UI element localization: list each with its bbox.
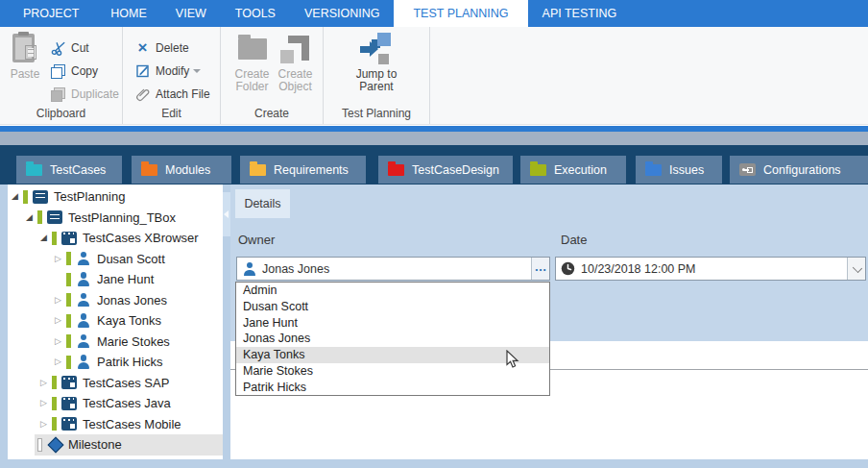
tree-item-milestone[interactable]: ▷ Milestone [8,434,223,456]
create-folder-button[interactable]: Create Folder [230,31,274,93]
notebook-icon [47,210,62,224]
delete-button[interactable]: × Delete [134,37,210,60]
person-icon [243,262,257,276]
collapse-icon[interactable]: ◢ [10,191,20,202]
folder-icon [141,164,157,176]
tree-item-testcases-mobile[interactable]: ▷ TestCases Mobile [8,414,223,435]
tab-testcasedesign[interactable]: TestCaseDesign [378,156,513,184]
owner-option[interactable]: Dusan Scott [236,299,549,315]
project-tree: ◢ TestPlanning ◢ TestPlanning_TBox ◢ Tes… [8,185,223,459]
menu-tab-project[interactable]: PROJECT [6,0,96,27]
folder-icon [530,164,546,176]
menu-tab-home[interactable]: HOME [96,0,161,27]
chevron-down-icon[interactable] [847,258,865,280]
object-icon [278,33,313,65]
tab-testcases[interactable]: TestCases [16,156,122,184]
copy-button[interactable]: Copy [50,60,119,83]
tree-item-testcases-sap[interactable]: ▷ TestCases SAP [8,373,223,394]
expand-icon[interactable]: ▷ [38,398,49,408]
tree-item-marie-stokes[interactable]: ▷ Marie Stokes [8,332,223,353]
collapse-icon[interactable]: ◢ [24,212,35,223]
menu-tab-api-testing[interactable]: API TESTING [528,0,632,27]
expand-icon[interactable]: ▷ [53,254,63,264]
menu-bar: PROJECT HOME VIEW TOOLS VERSIONING TEST … [0,0,868,27]
connector-icon [739,163,756,176]
tab-execution[interactable]: Execution [520,156,626,184]
date-label: Date [561,233,587,247]
folder-icon [26,164,42,176]
tree-item-jane-hunt[interactable]: ▷ Jane Hunt [8,269,223,290]
date-picker[interactable]: 10/23/2018 12:00 PM [555,257,866,281]
person-icon [76,293,91,308]
menu-tab-versioning[interactable]: VERSIONING [290,0,395,27]
tree-item-patrik-hicks[interactable]: ▷ Patrik Hicks [8,352,223,373]
folder-icon [645,164,662,176]
menu-tab-view[interactable]: VIEW [161,0,221,27]
content-area: ◢ TestPlanning ◢ TestPlanning_TBox ◢ Tes… [0,185,868,468]
create-object-button[interactable]: Create Object [274,31,317,93]
owner-combobox[interactable]: Jonas Jones … [236,257,550,281]
tab-requirements[interactable]: Requirements [240,156,366,184]
owner-option[interactable]: Jane Hunt [236,315,549,332]
status-bar [66,293,71,307]
owner-option[interactable]: Jonas Jones [236,331,549,347]
folder-icon [388,164,404,176]
person-icon [76,272,91,286]
expand-icon[interactable]: ▷ [53,295,63,306]
splitter-collapse-handle[interactable] [223,192,230,236]
status-bar [52,232,57,245]
status-bar [52,417,57,431]
menu-tab-test-planning[interactable]: TEST PLANNING [394,0,527,27]
owner-option[interactable]: Marie Stokes [236,363,549,380]
tree-item-kaya-tonks[interactable]: ▷ Kaya Tonks [8,310,223,332]
tab-configurations[interactable]: Configurations [730,156,868,184]
tree-item-testplanning-tbox[interactable]: ◢ TestPlanning_TBox [8,208,223,229]
tree-item-testcases-java[interactable]: ▷ TestCases Java [8,393,223,414]
ribbon-group-clipboard: Paste Cut Copy Duplicate Clipboa [0,27,123,124]
duplicate-button[interactable]: Duplicate [50,83,119,106]
calendar-icon [61,417,77,431]
jump-to-parent-button[interactable]: Jump to Parent [346,31,407,93]
attach-file-button[interactable]: Attach File [134,83,210,106]
clock-icon [560,260,576,277]
calendar-icon [61,232,77,245]
ellipsis-button[interactable]: … [531,258,549,280]
collapse-icon[interactable]: ◢ [38,233,49,243]
status-bar [52,376,57,389]
status-bar [66,314,71,328]
cut-button[interactable]: Cut [50,37,119,60]
tree-item-jonas-jones[interactable]: ▷ Jonas Jones [8,290,223,311]
details-panel: Details Owner Jonas Jones … Date 10/23/2… [230,185,868,459]
tree-item-testplanning[interactable]: ◢ TestPlanning [8,186,223,208]
tree-item-testcases-xbrowser[interactable]: ◢ TestCases XBrowser [8,228,223,249]
jump-to-parent-icon [359,33,394,65]
ribbon-group-edit: × Delete Modify Attach File Edi [123,27,221,124]
ribbon: Paste Cut Copy Duplicate Clipboa [0,27,868,125]
ribbon-group-create: Create Folder Create Object Create [221,27,324,124]
status-bar [37,210,42,224]
owner-option-hovered[interactable]: Kaya Tonks [236,347,549,363]
owner-option[interactable]: Patrik Hicks [236,380,549,396]
notebook-icon [33,190,48,204]
chevron-down-icon [193,69,201,73]
expand-icon[interactable]: ▷ [53,315,63,326]
paste-button[interactable]: Paste [8,31,42,81]
expand-icon[interactable]: ▷ [38,419,49,430]
tab-details[interactable]: Details [235,189,290,218]
menu-tab-tools[interactable]: TOOLS [221,0,290,27]
tab-issues[interactable]: Issues [636,156,722,184]
tree-item-dusan-scott[interactable]: ▷ Dusan Scott [8,249,223,270]
owner-option[interactable]: Admin [236,283,549,299]
person-icon [76,252,91,266]
mouse-cursor [506,350,519,373]
person-icon [76,334,91,349]
status-bar [66,356,71,369]
expand-icon[interactable]: ▷ [38,378,49,388]
folder-icon [235,33,270,65]
expand-icon[interactable]: ▷ [53,357,63,367]
expand-icon[interactable]: ▷ [53,336,63,347]
tab-modules[interactable]: Modules [132,156,231,184]
status-strip [0,459,868,468]
modify-button[interactable]: Modify [134,60,210,83]
clipboard-icon [8,33,42,65]
